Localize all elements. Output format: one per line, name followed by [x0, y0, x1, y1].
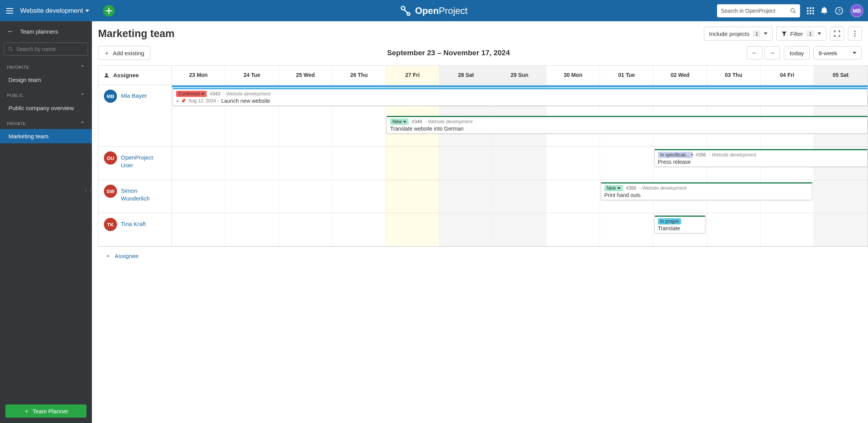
status-tag[interactable]: Confirmed	[176, 91, 207, 97]
menu-toggle-icon[interactable]	[5, 7, 14, 15]
assignee-row: MBMia Bayer Confirmed #343 - Website dev…	[98, 85, 868, 147]
app-logo: OpenProject	[400, 5, 468, 16]
milestone-bar[interactable]	[172, 85, 868, 87]
svg-rect-11	[812, 13, 814, 14]
wp-project: - Website development	[709, 152, 756, 158]
day-header: 05 Sat	[814, 66, 868, 85]
assignee-header: Assignee	[98, 66, 172, 85]
assignee-cell: SWSimon Wunderlich	[98, 180, 172, 213]
grid-cell[interactable]	[814, 213, 868, 246]
sidebar-search[interactable]	[4, 42, 88, 56]
sidebar-title: Team planners	[20, 28, 58, 35]
grid-cell[interactable]	[546, 180, 600, 213]
search-input[interactable]	[721, 8, 790, 14]
grid-cell[interactable]	[172, 180, 225, 213]
range-selector[interactable]: 8-week	[814, 46, 862, 59]
bell-icon[interactable]	[821, 7, 828, 15]
grid-cell[interactable]	[279, 147, 332, 180]
grid-cell[interactable]	[172, 147, 225, 180]
status-tag[interactable]: In progre	[658, 218, 681, 224]
grid-cell[interactable]	[332, 147, 386, 180]
row-timeline: New #350 - Website development Print han…	[172, 180, 868, 213]
next-period-button[interactable]: →	[765, 46, 780, 59]
day-header: 01 Tue	[600, 66, 654, 85]
avatar: TK	[104, 218, 117, 231]
modules-icon[interactable]	[807, 7, 814, 14]
section-favorite[interactable]: FAVORITE ⌃	[0, 59, 92, 73]
wp-id: #343	[210, 91, 220, 97]
add-existing-button[interactable]: ＋ Add existing	[98, 46, 150, 60]
svg-point-2	[791, 8, 794, 12]
include-projects-button[interactable]: Include projects 1	[704, 27, 773, 41]
grid-cell[interactable]	[279, 180, 332, 213]
grid-cell[interactable]	[386, 147, 439, 180]
status-tag[interactable]: New	[604, 185, 623, 191]
work-package-card[interactable]: In specificati... #356 - Website develop…	[654, 149, 868, 167]
back-arrow-icon[interactable]: ←	[7, 27, 14, 36]
grid-cell[interactable]	[493, 213, 547, 246]
grid-cell[interactable]	[814, 180, 868, 213]
grid-cell[interactable]	[279, 213, 332, 246]
sidebar-item-marketing[interactable]: Marketing team	[0, 129, 92, 143]
grid-cell[interactable]	[707, 213, 761, 246]
work-package-card[interactable]: Confirmed #343 - Website development ◂ 📌…	[173, 88, 868, 106]
grid-cell[interactable]	[439, 180, 493, 213]
filter-button[interactable]: Filter 1	[776, 27, 826, 41]
grid-cell[interactable]	[600, 147, 654, 180]
grid-cell[interactable]	[439, 147, 493, 180]
sidebar-collapse-handle[interactable]: ⋮⋮	[83, 187, 93, 193]
help-icon[interactable]: ?	[835, 7, 843, 15]
grid-cell[interactable]	[386, 180, 439, 213]
plus-icon: ＋	[24, 408, 29, 415]
assignee-name[interactable]: Mia Bayer	[121, 90, 147, 100]
wp-id: #356	[696, 152, 706, 158]
assignee-name[interactable]: Simon Wunderlich	[121, 185, 166, 202]
page-title: Marketing team	[98, 28, 175, 40]
grid-cell[interactable]	[546, 213, 600, 246]
row-timeline: Confirmed #343 - Website development ◂ 📌…	[172, 85, 868, 146]
work-package-card[interactable]: New #348 - Website development Translate…	[387, 116, 868, 134]
sidebar-item-design[interactable]: Design team	[0, 73, 92, 87]
wp-title: Translate	[658, 225, 680, 231]
grid-cell[interactable]	[493, 180, 547, 213]
today-button[interactable]: today	[784, 46, 810, 59]
status-tag[interactable]: In specificati...	[658, 152, 693, 158]
grid-cell[interactable]	[493, 147, 547, 180]
grid-cell[interactable]	[225, 213, 279, 246]
user-avatar[interactable]: MB	[850, 4, 863, 17]
fullscreen-icon	[834, 31, 840, 37]
add-assignee-button[interactable]: ＋ Assignee	[98, 247, 868, 265]
more-menu-button[interactable]	[848, 27, 862, 41]
topbar: Website development OpenProject ? MB	[0, 0, 868, 21]
work-package-card[interactable]: New #350 - Website development Print han…	[601, 182, 812, 200]
section-private[interactable]: PRIVATE ⌃	[0, 115, 92, 129]
caret-down-icon	[764, 32, 768, 35]
grid-cell[interactable]	[439, 213, 493, 246]
svg-point-17	[854, 36, 856, 37]
project-selector[interactable]: Website development	[18, 5, 92, 16]
sidebar-search-input[interactable]	[16, 46, 84, 52]
sidebar-item-public-overview[interactable]: Public company overview	[0, 101, 92, 115]
assignee-name[interactable]: OpenProject User	[121, 151, 166, 169]
grid-cell[interactable]	[761, 213, 814, 246]
prev-period-button[interactable]: ←	[747, 46, 762, 59]
filter-count-badge: 1	[806, 31, 814, 37]
grid-cell[interactable]	[225, 147, 279, 180]
grid-cell[interactable]	[225, 180, 279, 213]
chevron-up-icon: ⌃	[80, 92, 85, 99]
global-add-button[interactable]	[103, 5, 115, 17]
assignee-name[interactable]: Tina Kraft	[121, 218, 146, 228]
global-search[interactable]	[717, 4, 800, 17]
grid-cell[interactable]	[546, 147, 600, 180]
fullscreen-button[interactable]	[830, 27, 844, 41]
status-tag[interactable]: New	[390, 119, 409, 125]
grid-cell[interactable]	[332, 180, 386, 213]
grid-cell[interactable]	[332, 213, 386, 246]
grid-cell[interactable]	[600, 213, 654, 246]
chevron-up-icon: ⌃	[80, 64, 85, 70]
grid-cell[interactable]	[172, 213, 225, 246]
grid-cell[interactable]	[386, 213, 439, 246]
new-team-planner-button[interactable]: ＋ Team Planner	[5, 404, 86, 418]
section-public[interactable]: PUBLIC ⌃	[0, 87, 92, 101]
work-package-card[interactable]: In progre Translate	[654, 216, 706, 233]
